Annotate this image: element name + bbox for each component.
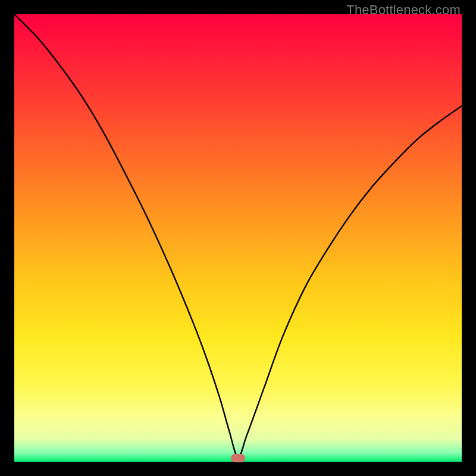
bottleneck-curve (14, 14, 462, 462)
chart-stage: TheBottleneck.com (0, 0, 476, 476)
optimal-point-marker (231, 454, 245, 462)
watermark-text: TheBottleneck.com (346, 2, 461, 18)
plot-area (14, 14, 462, 462)
